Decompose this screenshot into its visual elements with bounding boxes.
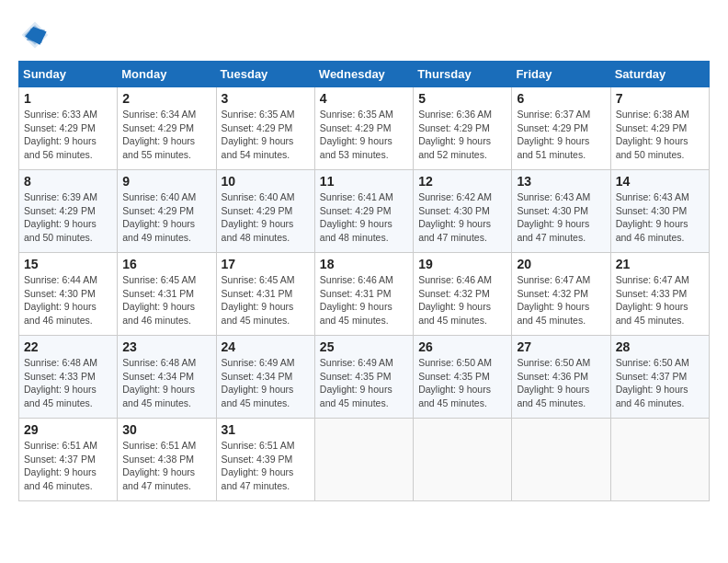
- calendar-cell: 31 Sunrise: 6:51 AM Sunset: 4:39 PM Dayl…: [216, 419, 314, 501]
- day-info: Sunrise: 6:36 AM Sunset: 4:29 PM Dayligh…: [418, 108, 506, 162]
- page-header: [18, 18, 710, 52]
- calendar-cell: 3 Sunrise: 6:35 AM Sunset: 4:29 PM Dayli…: [216, 87, 314, 170]
- calendar-cell: 9 Sunrise: 6:40 AM Sunset: 4:29 PM Dayli…: [118, 170, 216, 253]
- day-info: Sunrise: 6:47 AM Sunset: 4:33 PM Dayligh…: [616, 273, 704, 327]
- weekday-friday: Friday: [512, 62, 610, 87]
- calendar-cell: 16 Sunrise: 6:45 AM Sunset: 4:31 PM Dayl…: [118, 253, 216, 336]
- day-info: Sunrise: 6:48 AM Sunset: 4:33 PM Dayligh…: [24, 356, 112, 410]
- calendar-cell: 21 Sunrise: 6:47 AM Sunset: 4:33 PM Dayl…: [610, 253, 709, 336]
- day-number: 8: [24, 174, 112, 189]
- day-number: 21: [616, 257, 704, 271]
- day-info: Sunrise: 6:40 AM Sunset: 4:29 PM Dayligh…: [222, 190, 310, 245]
- calendar-cell: 30 Sunrise: 6:51 AM Sunset: 4:38 PM Dayl…: [118, 419, 216, 501]
- day-info: Sunrise: 6:45 AM Sunset: 4:31 PM Dayligh…: [122, 273, 210, 327]
- day-info: Sunrise: 6:44 AM Sunset: 4:30 PM Dayligh…: [24, 273, 112, 327]
- day-number: 20: [517, 257, 605, 271]
- calendar-cell: 14 Sunrise: 6:43 AM Sunset: 4:30 PM Dayl…: [610, 170, 709, 253]
- calendar-cell: 6 Sunrise: 6:37 AM Sunset: 4:29 PM Dayli…: [512, 87, 610, 170]
- calendar-cell: 29 Sunrise: 6:51 AM Sunset: 4:37 PM Dayl…: [19, 419, 118, 501]
- weekday-saturday: Saturday: [610, 62, 709, 87]
- day-info: Sunrise: 6:51 AM Sunset: 4:37 PM Dayligh…: [24, 439, 112, 493]
- day-info: Sunrise: 6:46 AM Sunset: 4:31 PM Dayligh…: [320, 273, 408, 327]
- day-number: 18: [320, 257, 408, 271]
- calendar-cell: 23 Sunrise: 6:48 AM Sunset: 4:34 PM Dayl…: [118, 336, 216, 419]
- calendar-week-3: 15 Sunrise: 6:44 AM Sunset: 4:30 PM Dayl…: [19, 253, 710, 336]
- weekday-thursday: Thursday: [414, 62, 512, 87]
- day-number: 9: [122, 174, 210, 189]
- day-info: Sunrise: 6:47 AM Sunset: 4:32 PM Dayligh…: [517, 273, 605, 327]
- day-number: 26: [418, 339, 506, 354]
- weekday-header-row: SundayMondayTuesdayWednesdayThursdayFrid…: [19, 62, 710, 87]
- day-info: Sunrise: 6:41 AM Sunset: 4:29 PM Dayligh…: [320, 190, 408, 245]
- weekday-monday: Monday: [118, 62, 216, 87]
- calendar-week-2: 8 Sunrise: 6:39 AM Sunset: 4:29 PM Dayli…: [19, 170, 710, 253]
- calendar-cell: 27 Sunrise: 6:50 AM Sunset: 4:36 PM Dayl…: [512, 336, 610, 419]
- day-info: Sunrise: 6:50 AM Sunset: 4:37 PM Dayligh…: [616, 356, 704, 410]
- day-number: 25: [320, 339, 408, 354]
- calendar-week-4: 22 Sunrise: 6:48 AM Sunset: 4:33 PM Dayl…: [19, 336, 710, 419]
- calendar-cell: [512, 419, 610, 501]
- calendar-cell: [314, 419, 413, 501]
- calendar-cell: 25 Sunrise: 6:49 AM Sunset: 4:35 PM Dayl…: [314, 336, 413, 419]
- day-info: Sunrise: 6:49 AM Sunset: 4:34 PM Dayligh…: [222, 356, 310, 410]
- calendar-week-1: 1 Sunrise: 6:33 AM Sunset: 4:29 PM Dayli…: [19, 87, 710, 170]
- day-number: 10: [222, 174, 310, 189]
- calendar-week-5: 29 Sunrise: 6:51 AM Sunset: 4:37 PM Dayl…: [19, 419, 710, 501]
- calendar-cell: 5 Sunrise: 6:36 AM Sunset: 4:29 PM Dayli…: [414, 87, 512, 170]
- day-info: Sunrise: 6:42 AM Sunset: 4:30 PM Dayligh…: [418, 190, 506, 245]
- day-number: 16: [122, 257, 210, 271]
- calendar-cell: 10 Sunrise: 6:40 AM Sunset: 4:29 PM Dayl…: [216, 170, 314, 253]
- day-number: 27: [517, 339, 605, 354]
- calendar-cell: 11 Sunrise: 6:41 AM Sunset: 4:29 PM Dayl…: [314, 170, 413, 253]
- calendar-cell: 2 Sunrise: 6:34 AM Sunset: 4:29 PM Dayli…: [118, 87, 216, 170]
- calendar-cell: [610, 419, 709, 501]
- weekday-sunday: Sunday: [19, 62, 118, 87]
- day-info: Sunrise: 6:51 AM Sunset: 4:39 PM Dayligh…: [222, 439, 310, 493]
- logo-icon: [18, 18, 51, 52]
- day-number: 2: [122, 91, 210, 106]
- day-number: 29: [24, 422, 112, 437]
- day-number: 11: [320, 174, 408, 189]
- day-info: Sunrise: 6:39 AM Sunset: 4:29 PM Dayligh…: [24, 190, 112, 245]
- calendar-cell: 18 Sunrise: 6:46 AM Sunset: 4:31 PM Dayl…: [314, 253, 413, 336]
- day-number: 19: [418, 257, 506, 271]
- day-number: 17: [222, 257, 310, 271]
- day-info: Sunrise: 6:49 AM Sunset: 4:35 PM Dayligh…: [320, 356, 408, 410]
- day-number: 14: [616, 174, 704, 189]
- calendar-cell: 1 Sunrise: 6:33 AM Sunset: 4:29 PM Dayli…: [19, 87, 118, 170]
- day-number: 12: [418, 174, 506, 189]
- day-info: Sunrise: 6:33 AM Sunset: 4:29 PM Dayligh…: [24, 108, 112, 162]
- day-info: Sunrise: 6:43 AM Sunset: 4:30 PM Dayligh…: [616, 190, 704, 245]
- day-number: 3: [222, 91, 310, 106]
- calendar-cell: 17 Sunrise: 6:45 AM Sunset: 4:31 PM Dayl…: [216, 253, 314, 336]
- day-number: 31: [222, 422, 310, 437]
- day-info: Sunrise: 6:51 AM Sunset: 4:38 PM Dayligh…: [122, 439, 210, 493]
- day-number: 5: [418, 91, 506, 106]
- day-info: Sunrise: 6:50 AM Sunset: 4:36 PM Dayligh…: [517, 356, 605, 410]
- day-info: Sunrise: 6:45 AM Sunset: 4:31 PM Dayligh…: [222, 273, 310, 327]
- calendar-cell: [414, 419, 512, 501]
- calendar-cell: 8 Sunrise: 6:39 AM Sunset: 4:29 PM Dayli…: [19, 170, 118, 253]
- day-number: 15: [24, 257, 112, 271]
- day-info: Sunrise: 6:35 AM Sunset: 4:29 PM Dayligh…: [222, 108, 310, 162]
- calendar-cell: 20 Sunrise: 6:47 AM Sunset: 4:32 PM Dayl…: [512, 253, 610, 336]
- calendar-cell: 13 Sunrise: 6:43 AM Sunset: 4:30 PM Dayl…: [512, 170, 610, 253]
- day-info: Sunrise: 6:38 AM Sunset: 4:29 PM Dayligh…: [616, 108, 704, 162]
- day-number: 23: [122, 339, 210, 354]
- day-number: 28: [616, 339, 704, 354]
- day-number: 1: [24, 91, 112, 106]
- calendar-cell: 7 Sunrise: 6:38 AM Sunset: 4:29 PM Dayli…: [610, 87, 709, 170]
- weekday-tuesday: Tuesday: [216, 62, 314, 87]
- day-info: Sunrise: 6:37 AM Sunset: 4:29 PM Dayligh…: [517, 108, 605, 162]
- day-info: Sunrise: 6:50 AM Sunset: 4:35 PM Dayligh…: [418, 356, 506, 410]
- day-number: 6: [517, 91, 605, 106]
- day-number: 4: [320, 91, 408, 106]
- day-info: Sunrise: 6:34 AM Sunset: 4:29 PM Dayligh…: [122, 108, 210, 162]
- calendar-cell: 24 Sunrise: 6:49 AM Sunset: 4:34 PM Dayl…: [216, 336, 314, 419]
- day-number: 7: [616, 91, 704, 106]
- day-number: 13: [517, 174, 605, 189]
- calendar-table: SundayMondayTuesdayWednesdayThursdayFrid…: [18, 61, 710, 501]
- day-number: 30: [122, 422, 210, 437]
- calendar-body: 1 Sunrise: 6:33 AM Sunset: 4:29 PM Dayli…: [19, 87, 710, 501]
- calendar-cell: 19 Sunrise: 6:46 AM Sunset: 4:32 PM Dayl…: [414, 253, 512, 336]
